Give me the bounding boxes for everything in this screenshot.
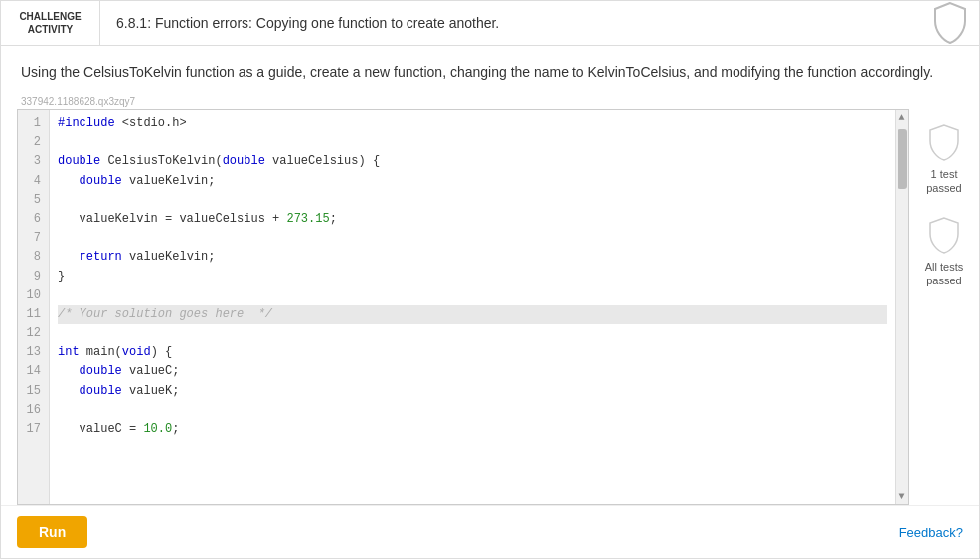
line-numbers: 12345 678910 1112131415 1617 xyxy=(18,110,50,504)
code-line: double valueKelvin; xyxy=(58,172,887,191)
challenge-badge: CHALLENGE ACTIVITY xyxy=(1,1,100,45)
code-line xyxy=(58,401,887,420)
code-line: int main(void) { xyxy=(58,343,887,362)
badge-line2: ACTIVITY xyxy=(28,24,74,35)
code-line: valueKelvin = valueCelsius + 273.15; xyxy=(58,210,887,229)
badge-icon-2 xyxy=(924,212,964,258)
code-line xyxy=(58,229,887,248)
code-line: #include <stdio.h> xyxy=(58,114,887,133)
code-content[interactable]: #include <stdio.h> double CelsiusToKelvi… xyxy=(50,110,895,504)
badge-icon-1 xyxy=(924,119,964,165)
code-line: double valueK; xyxy=(58,382,887,401)
scrollbar-thumb[interactable] xyxy=(898,129,907,189)
code-line xyxy=(58,324,887,343)
header-title: 6.8.1: Function errors: Copying one func… xyxy=(100,15,931,31)
code-line xyxy=(58,191,887,210)
scrollbar[interactable]: ▲ ▼ xyxy=(895,110,908,504)
challenge-badge-text: CHALLENGE ACTIVITY xyxy=(19,10,81,36)
code-line: valueC = 10.0; xyxy=(58,420,887,439)
code-line xyxy=(58,286,887,305)
main-content: 12345 678910 1112131415 1617 #include <s… xyxy=(1,109,979,505)
bottom-bar: Run Feedback? xyxy=(1,505,979,558)
scroll-down-arrow[interactable]: ▼ xyxy=(896,489,908,504)
right-panel: 1 testpassed All testspassed xyxy=(909,109,979,505)
shield-icon xyxy=(931,1,969,45)
scroll-up-arrow[interactable]: ▲ xyxy=(896,110,908,125)
description: Using the CelsiusToKelvin function as a … xyxy=(1,46,979,93)
code-id: 337942.1188628.qx3zqy7 xyxy=(1,93,979,109)
code-line: double CelsiusToKelvin(double valueCelsi… xyxy=(58,152,887,171)
badge-label-1: 1 testpassed xyxy=(926,167,961,196)
code-line: } xyxy=(58,268,887,286)
badge-label-2: All testspassed xyxy=(925,260,964,288)
badge-group-2: All testspassed xyxy=(924,212,964,288)
description-text: Using the CelsiusToKelvin function as a … xyxy=(21,64,933,80)
solution-line[interactable]: /* Your solution goes here */ xyxy=(58,305,887,324)
main-container: CHALLENGE ACTIVITY 6.8.1: Function error… xyxy=(0,0,980,559)
feedback-link[interactable]: Feedback? xyxy=(899,525,963,540)
code-container[interactable]: 12345 678910 1112131415 1617 #include <s… xyxy=(18,110,908,504)
code-line: return valueKelvin; xyxy=(58,248,887,267)
code-line: double valueC; xyxy=(58,362,887,381)
header: CHALLENGE ACTIVITY 6.8.1: Function error… xyxy=(1,1,979,46)
code-line xyxy=(58,133,887,152)
editor-area[interactable]: 12345 678910 1112131415 1617 #include <s… xyxy=(17,109,909,505)
run-button[interactable]: Run xyxy=(17,516,87,548)
badge-group-1: 1 testpassed xyxy=(924,119,964,196)
badge-line1: CHALLENGE xyxy=(19,11,81,22)
